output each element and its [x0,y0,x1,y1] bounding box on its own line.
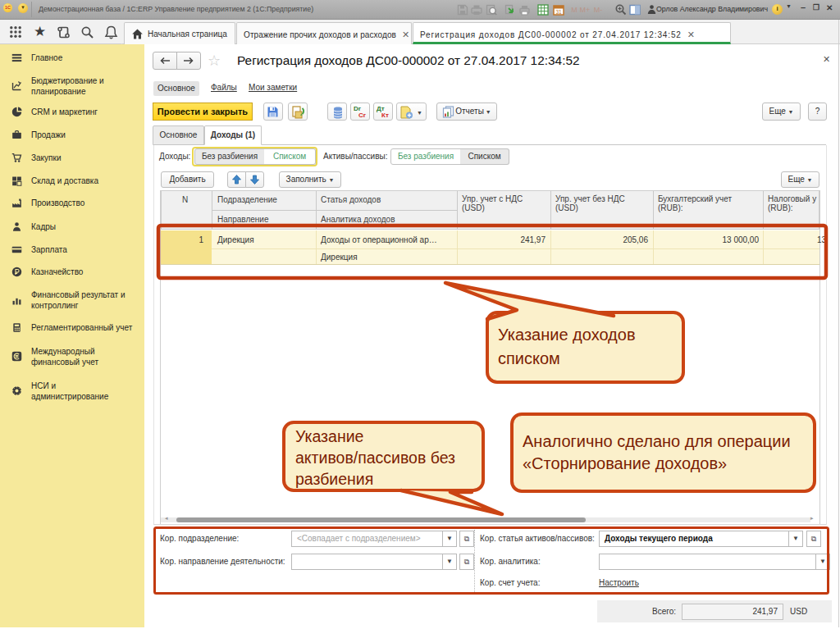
svg-text:31: 31 [555,9,562,15]
